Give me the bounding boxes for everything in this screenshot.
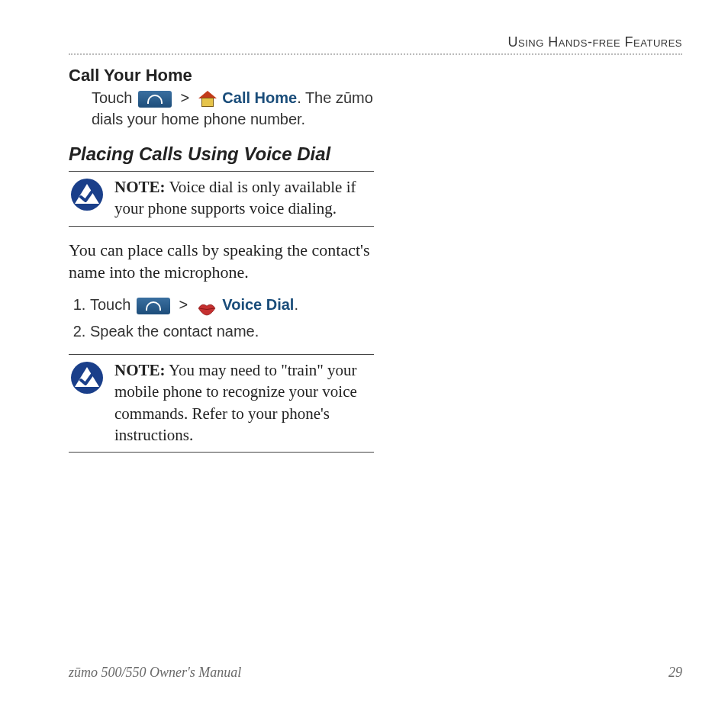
call-home-paragraph: Touch > Call Home. The zūmo dials your h… — [92, 87, 374, 130]
note-icon-wrapper — [69, 359, 105, 446]
footer-manual-title: zūmo 500/550 Owner's Manual — [69, 665, 241, 681]
phone-icon — [138, 91, 172, 108]
lips-icon — [197, 299, 217, 313]
page-footer: zūmo 500/550 Owner's Manual 29 — [69, 665, 682, 681]
heading-voice-dial: Placing Calls Using Voice Dial — [69, 143, 374, 165]
label-call-home: Call Home — [222, 89, 297, 106]
note-label: NOTE: — [114, 178, 166, 196]
step1-touch: Touch — [90, 296, 135, 313]
separator-gt: > — [179, 293, 188, 317]
note-icon-wrapper — [69, 176, 105, 220]
step-2: Speak the contact name. — [90, 320, 374, 343]
label-voice-dial: Voice Dial — [222, 296, 294, 313]
home-icon — [198, 91, 217, 108]
checkmark-badge-icon — [70, 178, 104, 211]
running-head: Using Hands-free Features — [69, 34, 682, 53]
text-touch: Touch — [92, 89, 137, 106]
header-divider — [69, 53, 682, 55]
voice-dial-intro: You can place calls by speaking the cont… — [69, 239, 374, 284]
content-column: Call Your Home Touch > Call Home. The zū… — [69, 66, 374, 453]
note-train-phone: NOTE: You may need to "train" your mobil… — [69, 354, 374, 453]
phone-icon — [137, 298, 170, 314]
separator-gt: > — [181, 87, 190, 108]
footer-page-number: 29 — [668, 665, 682, 681]
note-label: NOTE: — [114, 361, 166, 379]
note-text: NOTE: Voice dial is only available if yo… — [114, 176, 374, 220]
step1-tail: . — [294, 296, 298, 313]
note-text: NOTE: You may need to "train" your mobil… — [114, 359, 374, 446]
manual-page: Using Hands-free Features Call Your Home… — [0, 0, 728, 728]
heading-call-your-home: Call Your Home — [69, 66, 374, 85]
voice-dial-steps: Touch > Voice Dial. Speak the contact na… — [69, 293, 374, 343]
step-1: Touch > Voice Dial. — [90, 293, 374, 317]
note-voice-dial-support: NOTE: Voice dial is only available if yo… — [69, 171, 374, 227]
checkmark-badge-icon — [70, 361, 104, 395]
